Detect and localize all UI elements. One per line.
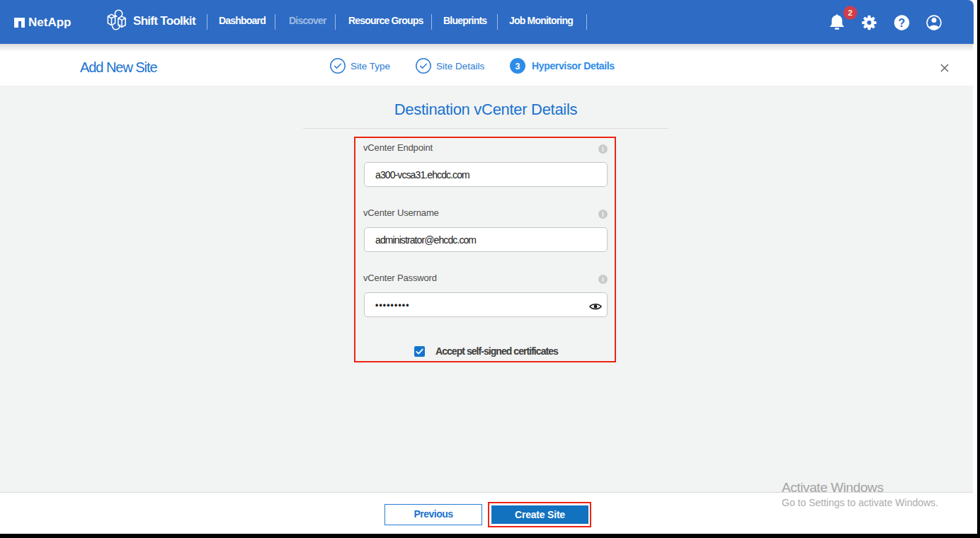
- svg-text:?: ?: [899, 17, 906, 29]
- svg-text:2: 2: [848, 8, 853, 17]
- svg-text:3: 3: [515, 62, 520, 71]
